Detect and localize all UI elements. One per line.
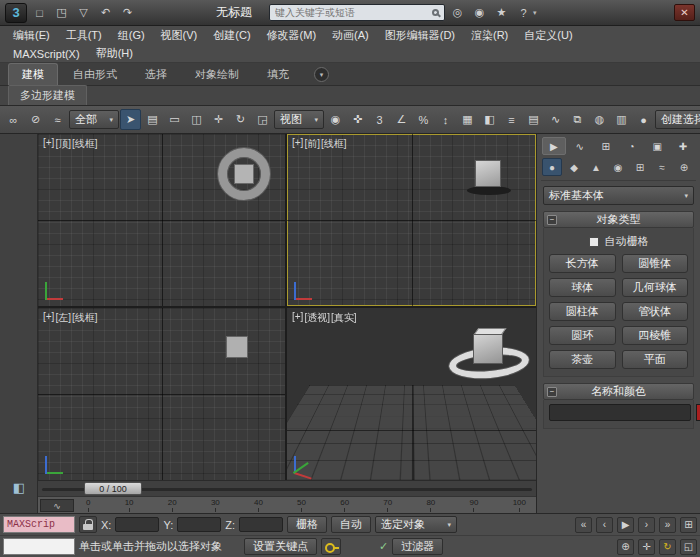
motion-panel-tab-icon[interactable]: ◔ (619, 137, 643, 155)
go-to-end-icon[interactable]: » (659, 517, 676, 533)
maxscript-macro-recorder[interactable]: MAXScrip (3, 516, 75, 533)
sphere-button[interactable]: 球体 (549, 278, 616, 297)
ribbon-tab-populate[interactable]: 填充 (254, 64, 302, 85)
select-and-manipulate-icon[interactable]: ✜ (347, 109, 368, 130)
helpers-category-icon[interactable]: ⊞ (630, 158, 650, 176)
create-panel-tab-icon[interactable]: ▶ (542, 137, 566, 155)
key-filters-button[interactable]: 过滤器 (392, 538, 443, 555)
object-type-rollout-header[interactable]: − 对象类型 (543, 211, 694, 228)
object-name-field[interactable] (549, 404, 691, 421)
box-object-top-view[interactable] (234, 164, 254, 184)
ribbon-tab-modeling[interactable]: 建模 (8, 63, 58, 85)
viewport-general-menu[interactable]: [+] (292, 311, 303, 325)
go-to-start-icon[interactable]: « (575, 517, 592, 533)
select-and-rotate-icon[interactable]: ↻ (230, 109, 251, 130)
viewport-pov-menu[interactable]: [左] (55, 311, 71, 325)
spinner-snap-icon[interactable]: ↕ (435, 109, 456, 130)
menu-animation[interactable]: 动画(A) (325, 26, 376, 45)
name-color-rollout-header[interactable]: − 名称和颜色 (543, 383, 694, 400)
set-keys-key-icon[interactable] (321, 538, 341, 555)
viewport-shading-menu[interactable]: [线框] (72, 311, 98, 325)
y-coordinate-field[interactable] (177, 517, 221, 532)
sign-in-icon[interactable]: ◉ (470, 4, 489, 22)
unlink-selection-icon[interactable]: ⊘ (25, 109, 46, 130)
redo-icon[interactable]: ↷ (118, 4, 137, 22)
select-and-move-icon[interactable]: ✛ (208, 109, 229, 130)
viewport-pov-menu[interactable]: [前] (304, 137, 320, 151)
pyramid-button[interactable]: 四棱锥 (622, 326, 689, 345)
menu-maxscript[interactable]: MAXScript(X) (6, 46, 87, 62)
select-and-link-icon[interactable]: ∞ (3, 109, 24, 130)
mini-curve-editor-button[interactable]: ∿ (40, 499, 74, 512)
save-file-icon[interactable]: ▽ (74, 4, 93, 22)
rollout-collapse-icon[interactable]: − (547, 387, 557, 397)
box-object-front-view[interactable] (475, 160, 501, 187)
time-slider-handle[interactable]: 0 / 100 (84, 482, 142, 495)
ribbon-tab-selection[interactable]: 选择 (132, 64, 180, 85)
modify-panel-tab-icon[interactable]: ∿ (568, 137, 592, 155)
favorites-star-icon[interactable]: ★ (492, 4, 511, 22)
named-selection-sets-dropdown[interactable]: 创建选择集▾ (655, 110, 700, 129)
curve-editor-icon[interactable]: ∿ (545, 109, 566, 130)
rollout-collapse-icon[interactable]: − (547, 215, 557, 225)
selection-filter-dropdown[interactable]: 全部▾ (69, 110, 119, 129)
menu-edit[interactable]: 编辑(E) (6, 26, 57, 45)
box-object-left-view[interactable] (226, 336, 248, 358)
teapot-button[interactable]: 茶壶 (549, 350, 616, 369)
use-pivot-center-icon[interactable]: ◉ (325, 109, 346, 130)
viewport-pov-menu[interactable]: [顶] (55, 137, 71, 151)
orbit-viewport-icon[interactable]: ↻ (659, 539, 676, 555)
polygon-modeling-panel[interactable]: 多边形建模 (8, 85, 87, 105)
bind-to-space-warp-icon[interactable]: ≈ (47, 109, 68, 130)
percent-snap-icon[interactable]: % (413, 109, 434, 130)
maxscript-mini-listener[interactable] (3, 538, 75, 555)
close-button[interactable]: ✕ (674, 4, 695, 21)
menu-help[interactable]: 帮助(H) (89, 44, 140, 63)
cylinder-button[interactable]: 圆柱体 (549, 302, 616, 321)
viewport-general-menu[interactable]: [+] (292, 137, 303, 151)
ribbon-tab-object-paint[interactable]: 对象绘制 (182, 64, 252, 85)
viewport-top[interactable]: [+] [顶] [线框] (38, 134, 285, 306)
box-button[interactable]: 长方体 (549, 254, 616, 273)
reference-coordinate-dropdown[interactable]: 视图▾ (274, 110, 324, 129)
layer-manager-icon[interactable]: ▤ (523, 109, 544, 130)
render-setup-icon[interactable]: ▥ (611, 109, 632, 130)
tube-button[interactable]: 管状体 (622, 302, 689, 321)
open-file-icon[interactable]: ◳ (52, 4, 71, 22)
auto-key-button[interactable]: 自动 (331, 516, 371, 533)
schematic-view-icon[interactable]: ⧉ (567, 109, 588, 130)
autogrid-checkbox[interactable] (589, 237, 599, 247)
application-menu-button[interactable]: 3 (5, 3, 27, 23)
viewport-shading-menu[interactable]: [线框] (72, 137, 98, 151)
play-animation-icon[interactable]: ▶ (617, 517, 634, 533)
align-icon[interactable]: ≡ (501, 109, 522, 130)
z-coordinate-field[interactable] (239, 517, 283, 532)
selection-lock-button[interactable] (79, 516, 97, 533)
menu-modifiers[interactable]: 修改器(M) (260, 26, 324, 45)
select-and-scale-icon[interactable]: ◲ (252, 109, 273, 130)
viewport-shading-menu[interactable]: [线框] (321, 137, 347, 151)
box-object-perspective[interactable] (473, 334, 503, 364)
x-coordinate-field[interactable] (115, 517, 159, 532)
cone-button[interactable]: 圆锥体 (622, 254, 689, 273)
menu-views[interactable]: 视图(V) (154, 26, 205, 45)
menu-rendering[interactable]: 渲染(R) (464, 26, 515, 45)
utilities-panel-tab-icon[interactable]: ✚ (671, 137, 695, 155)
snap-toggle-3d-icon[interactable]: 3 (369, 109, 390, 130)
help-icon[interactable]: ? (514, 4, 533, 22)
menu-create[interactable]: 创建(C) (206, 26, 257, 45)
set-key-mode-button[interactable]: 设置关键点 (244, 538, 317, 555)
lights-category-icon[interactable]: ▲ (586, 158, 606, 176)
edit-named-sets-icon[interactable]: ▦ (457, 109, 478, 130)
search-input[interactable] (275, 7, 428, 18)
viewport-general-menu[interactable]: [+] (43, 311, 54, 325)
window-crossing-icon[interactable]: ◫ (186, 109, 207, 130)
viewport-shading-menu[interactable]: [真实] (331, 311, 357, 325)
cameras-category-icon[interactable]: ◉ (608, 158, 628, 176)
render-icon[interactable]: ● (633, 109, 654, 130)
help-caret-icon[interactable]: ▾ (533, 9, 537, 17)
menu-group[interactable]: 组(G) (111, 26, 152, 45)
ribbon-tab-freeform[interactable]: 自由形式 (60, 64, 130, 85)
shapes-category-icon[interactable]: ◆ (564, 158, 584, 176)
torus-button[interactable]: 圆环 (549, 326, 616, 345)
